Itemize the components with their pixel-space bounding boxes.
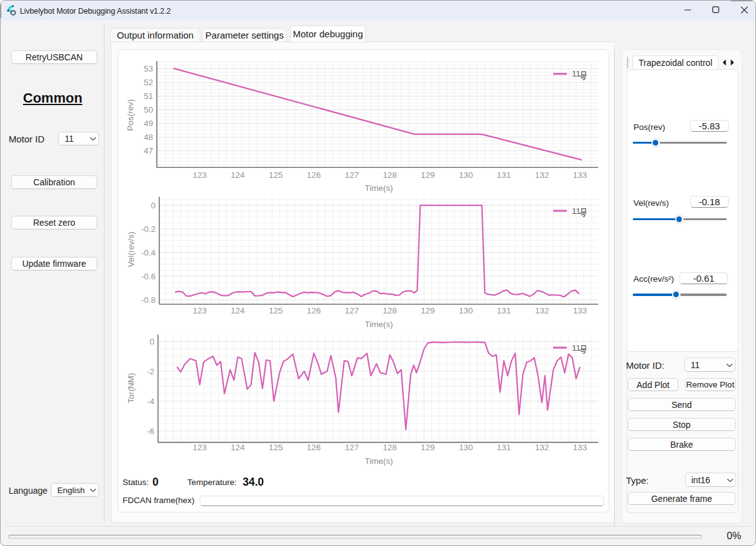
svg-text:50: 50 [144,105,153,114]
svg-text:132: 132 [535,443,549,452]
svg-text:128: 128 [383,306,397,315]
svg-text:126: 126 [307,170,321,180]
svg-text:126: 126 [307,443,321,452]
svg-text:Time(s): Time(s) [365,320,393,329]
svg-text:131: 131 [497,306,511,315]
svg-text:133: 133 [573,170,587,180]
svg-text:132: 132 [535,170,549,180]
svg-text:125: 125 [269,170,283,180]
svg-text:133: 133 [573,443,587,452]
svg-text:130: 130 [459,170,473,180]
svg-text:126: 126 [307,306,321,315]
svg-text:-0.2: -0.2 [141,224,156,234]
svg-text:53: 53 [144,64,153,73]
svg-text:Vel(rev/s): Vel(rev/s) [126,231,136,267]
svg-text:128: 128 [383,170,397,180]
svg-text:124: 124 [231,306,245,315]
svg-text:-2: -2 [147,367,154,376]
svg-text:0: 0 [149,337,154,346]
svg-text:-6: -6 [147,427,154,436]
svg-text:0: 0 [151,201,156,210]
svg-text:130: 130 [459,306,473,315]
svg-text:127: 127 [345,306,359,315]
svg-text:131: 131 [497,170,511,180]
svg-text:Time(s): Time(s) [365,183,393,193]
svg-text:11: 11 [572,343,581,353]
svg-text:124: 124 [231,443,245,452]
svg-text:48: 48 [144,132,153,142]
svg-text:11: 11 [572,69,581,78]
svg-text:124: 124 [231,170,245,180]
svg-text:127: 127 [345,170,359,180]
svg-text:130: 130 [459,443,473,452]
svg-text:49: 49 [144,119,153,128]
svg-text:133: 133 [573,306,587,315]
svg-text:129: 129 [421,306,435,315]
svg-text:Pos(rev): Pos(rev) [126,99,136,131]
svg-text:125: 125 [269,306,283,315]
svg-text:Time(s): Time(s) [365,456,393,466]
svg-text:123: 123 [193,443,207,452]
svg-text:129: 129 [421,170,435,180]
svg-text:123: 123 [193,170,207,180]
svg-text:52: 52 [144,78,153,87]
svg-text:128: 128 [383,443,397,452]
svg-text:-0.8: -0.8 [141,295,156,305]
svg-text:Tor(NM): Tor(NM) [126,373,136,404]
svg-text:11: 11 [572,206,581,216]
svg-text:-4: -4 [147,397,154,406]
svg-text:132: 132 [535,306,549,315]
svg-text:123: 123 [193,306,207,315]
svg-text:129: 129 [421,443,435,452]
svg-text:51: 51 [144,91,153,101]
svg-text:127: 127 [345,443,359,452]
svg-text:131: 131 [497,443,511,452]
svg-text:-0.4: -0.4 [141,248,156,257]
svg-text:-0.6: -0.6 [141,272,156,281]
svg-text:125: 125 [269,443,283,452]
svg-text:47: 47 [144,146,153,155]
